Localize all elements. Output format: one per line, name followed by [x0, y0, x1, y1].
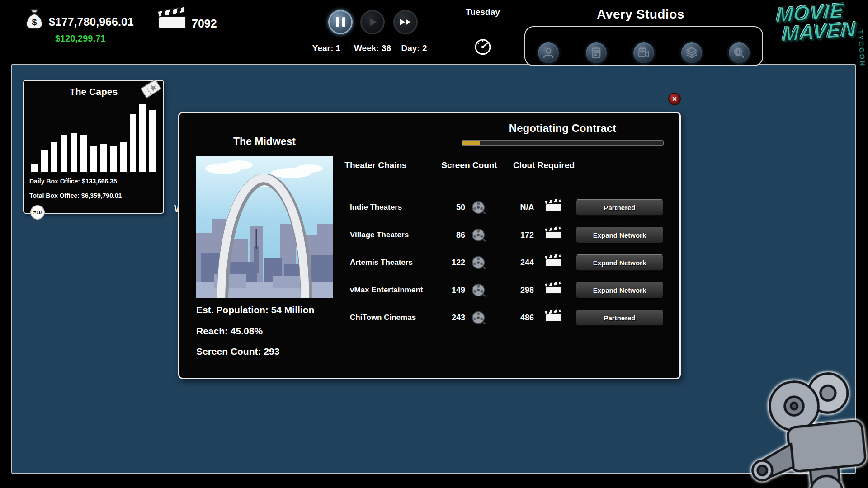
theater-action-button[interactable]: Expand Network — [576, 282, 663, 298]
theater-name: vMax Entertainment — [350, 281, 423, 299]
assets-menu-button[interactable] — [680, 42, 703, 64]
chart-bar — [90, 146, 97, 172]
fast-forward-icon — [399, 17, 412, 28]
production-menu-button[interactable] — [632, 42, 655, 64]
day-label: Day: 2 — [401, 43, 427, 53]
theater-row: Village Theaters 86 172 Expand Network — [350, 226, 666, 244]
theater-clout-required: 298 — [514, 281, 541, 299]
speed-gauge-icon[interactable] — [473, 37, 493, 59]
negotiation-title: Negotiating Contract — [462, 122, 664, 135]
film-reel-icon — [471, 310, 486, 327]
search-globe-icon — [732, 46, 746, 60]
column-header-theater: Theater Chains — [344, 160, 407, 170]
svg-text:$: $ — [32, 17, 37, 27]
movie-performance-card[interactable]: The Capes Daily Box Office: $133,666.35 … — [23, 80, 164, 214]
layers-icon — [685, 46, 698, 60]
region-image-gateway-arch — [196, 156, 333, 298]
game-screen: W The Capes Daily Box Office: $133,666.3… — [0, 0, 868, 488]
play-icon — [367, 17, 378, 28]
profile-menu-button[interactable] — [537, 42, 560, 64]
chart-bar — [31, 164, 38, 172]
chart-bar — [149, 110, 156, 172]
film-reel-icon — [471, 282, 486, 300]
screen-count: Screen Count: 293 — [196, 346, 279, 357]
clapperboard-icon — [158, 11, 186, 28]
est-population: Est. Population: 54 Million — [196, 305, 314, 315]
theater-name: ChiTown Cinemas — [350, 309, 416, 327]
theater-screen-count: 149 — [443, 281, 465, 299]
cash-total: $177,780,966.01 — [49, 15, 134, 28]
negotiation-progress — [462, 140, 664, 146]
theater-clout-required: N/A — [514, 198, 541, 216]
play-button[interactable] — [360, 10, 385, 34]
movie-title: The Capes — [70, 86, 118, 97]
theater-action-button[interactable]: Partnered — [576, 199, 663, 216]
weekday-label: Tuesday — [466, 7, 500, 17]
total-box-office: Total Box Office: $6,359,790.01 — [29, 192, 122, 199]
theater-clout-required: 486 — [514, 309, 541, 327]
theater-row: ChiTown Cinemas 243 486 Partnered — [350, 309, 666, 327]
pause-button[interactable] — [328, 10, 353, 34]
theater-clout-required: 244 — [514, 253, 541, 272]
region-title: The Midwest — [233, 136, 296, 148]
theater-screen-count: 86 — [443, 226, 465, 244]
theater-screen-count: 122 — [443, 253, 465, 272]
daily-box-office: Daily Box Office: $133,666.35 — [29, 178, 117, 185]
theater-name: Indie Theaters — [350, 198, 402, 216]
week-label: Week: 36 — [354, 43, 391, 53]
chart-bar — [110, 146, 117, 172]
fast-forward-button[interactable] — [393, 10, 418, 34]
chart-bar — [130, 114, 137, 172]
theater-action-button[interactable]: Expand Network — [576, 227, 663, 243]
game-logo: MOVIE MAVEN TYCOON — [776, 0, 868, 91]
theater-name: Artemis Theaters — [350, 253, 413, 272]
chart-bar — [41, 150, 48, 172]
cash-change: $120,299.71 — [55, 33, 105, 44]
research-menu-button[interactable] — [728, 42, 750, 64]
theater-screen-count: 243 — [443, 309, 465, 327]
clapperboard-icon — [545, 201, 561, 211]
logo-word-maven: MAVEN — [782, 19, 863, 44]
theater-row: Artemis Theaters 122 244 Expand Network — [350, 253, 666, 272]
chart-bar — [51, 142, 58, 173]
chart-bar — [139, 104, 146, 172]
contract-scroll-icon — [590, 46, 603, 60]
clapperboard-icon — [545, 256, 561, 266]
reach: Reach: 45.08% — [196, 326, 263, 337]
clapperboard-icon — [545, 228, 561, 239]
column-header-screens: Screen Count — [438, 160, 501, 170]
clapperboard-icon — [545, 283, 561, 294]
profile-icon — [542, 46, 555, 60]
chart-bar — [71, 133, 77, 172]
chart-bar — [61, 135, 67, 173]
menu-tab — [524, 26, 763, 66]
chart-bar — [100, 144, 107, 172]
film-reel-icon — [471, 227, 486, 244]
ticket-icon — [140, 79, 163, 100]
film-projector-graphic — [729, 354, 868, 488]
money-bag-icon: $ — [25, 9, 44, 33]
pause-icon — [336, 17, 345, 27]
contracts-menu-button[interactable] — [585, 42, 608, 64]
theater-row: Indie Theaters 50 N/A Partnered — [350, 198, 666, 216]
column-header-clout: Clout Required — [512, 160, 576, 170]
year-label: Year: 1 — [312, 43, 340, 53]
negotiation-modal: The Midwest — [178, 112, 681, 379]
playfield: W The Capes Daily Box Office: $133,666.3… — [11, 64, 856, 474]
studio-name: Avery Studios — [597, 7, 684, 22]
chart-bar — [120, 142, 127, 172]
movie-camera-icon — [637, 46, 651, 60]
chart-bar — [80, 135, 87, 173]
theater-action-button[interactable]: Partnered — [576, 310, 663, 326]
theater-name: Village Theaters — [350, 226, 409, 244]
clout-total: 7092 — [192, 17, 217, 30]
rank-badge: #10 — [30, 205, 45, 220]
theater-clout-required: 172 — [514, 226, 541, 244]
clapperboard-icon — [545, 311, 561, 321]
film-reel-icon — [471, 255, 486, 272]
box-office-chart — [31, 104, 156, 172]
theater-screen-count: 50 — [443, 198, 465, 216]
close-icon[interactable]: ✕ — [668, 93, 681, 105]
film-reel-icon — [471, 200, 486, 217]
theater-action-button[interactable]: Expand Network — [576, 254, 663, 271]
